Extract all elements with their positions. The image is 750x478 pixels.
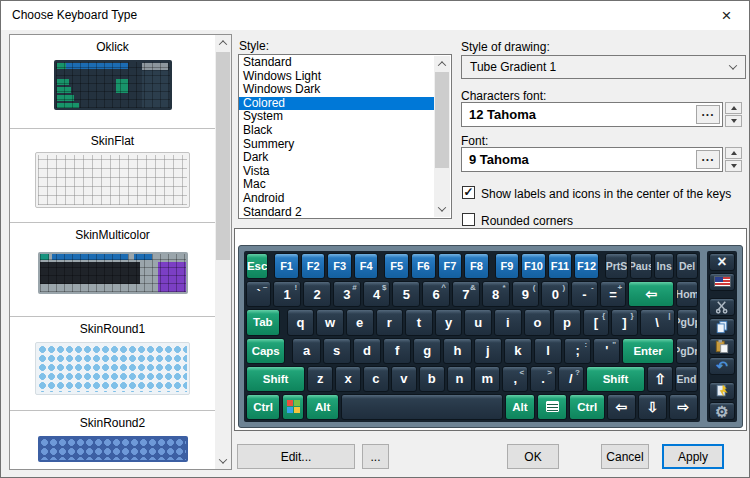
key-2: 2: [303, 281, 331, 307]
font-value: 9 Tahoma: [469, 152, 529, 167]
cancel-button[interactable]: Cancel: [601, 444, 649, 469]
key-l: l: [534, 338, 562, 364]
key-b: b: [419, 366, 445, 392]
skin-item-flat[interactable]: SkinFlat: [10, 129, 215, 223]
skin-name: SkinRound2: [80, 411, 145, 433]
key-d: d: [353, 338, 381, 364]
key-Shift: Shift: [246, 366, 305, 392]
skin-list: OklickSkinFlatSkinMulticolorSkinRound1Sk…: [10, 35, 215, 469]
style-option-dark[interactable]: Dark: [239, 151, 434, 165]
language-flag-icon: [709, 273, 735, 291]
keyboard-row-5: Shiftzxcvbnm,<.>/?Shift⇧End: [246, 366, 698, 392]
style-list-scrollbar[interactable]: [434, 56, 450, 217]
key-⇦: ⇦: [607, 394, 636, 420]
style-option-vista[interactable]: Vista: [239, 165, 434, 179]
style-of-drawing-label: Style of drawing:: [461, 40, 550, 54]
edit-button[interactable]: Edit...: [237, 444, 355, 469]
style-of-drawing-select[interactable]: Tube Gradient 1: [461, 55, 746, 79]
close-window-icon: ×: [709, 253, 735, 271]
key-j: j: [474, 338, 502, 364]
style-option-windows-light[interactable]: Windows Light: [239, 70, 434, 84]
key-Ins: Ins: [654, 253, 674, 279]
key-3: 3#: [333, 281, 361, 307]
rounded-corners-checkbox[interactable]: [462, 213, 475, 226]
font-browse-button[interactable]: ...: [696, 150, 720, 169]
windows-logo-icon: [287, 400, 300, 413]
more-button[interactable]: ...: [362, 444, 389, 469]
font-label: Font:: [461, 134, 488, 148]
key-x: x: [335, 366, 361, 392]
copy-icon: [709, 318, 735, 336]
skin-item-oklick[interactable]: Oklick: [10, 35, 215, 129]
scroll-up-icon[interactable]: [215, 35, 231, 51]
keyboard-side-column: ×↶⚙: [707, 251, 737, 422]
key-F4: F4: [354, 253, 379, 279]
stepper-down-button[interactable]: [725, 115, 742, 127]
key-F10: F10: [521, 253, 546, 279]
stepper-up-button[interactable]: [725, 102, 742, 114]
style-option-system[interactable]: System: [239, 110, 434, 124]
key-p: p: [553, 309, 581, 335]
keyboard-thumbnail-oklick: [54, 60, 172, 110]
skin-item-multicolor[interactable]: SkinMulticolor: [10, 223, 215, 317]
scrollbar-thumb[interactable]: [216, 52, 230, 260]
style-option-summery[interactable]: Summery: [239, 138, 434, 152]
skin-item-round1[interactable]: SkinRound1: [10, 317, 215, 411]
key-=: =+: [600, 281, 627, 307]
skin-list-scrollbar[interactable]: [215, 35, 231, 469]
skin-name: SkinMulticolor: [75, 223, 150, 245]
key-7: 7&: [452, 281, 480, 307]
key-\: \|: [640, 309, 675, 335]
stepper-down-button[interactable]: [725, 160, 742, 172]
keyboard-row-3: Tabqwertyuiop[{]}\|PgUp: [246, 309, 698, 335]
close-icon[interactable]: ×: [704, 1, 749, 30]
style-option-mac[interactable]: Mac: [239, 178, 434, 192]
scroll-down-icon[interactable]: [215, 453, 231, 469]
key-6: 6^: [422, 281, 450, 307]
style-option-standard-2[interactable]: Standard 2: [239, 206, 434, 217]
key-/: /?: [558, 366, 584, 392]
style-option-standard[interactable]: Standard: [239, 56, 434, 70]
style-listbox[interactable]: StandardWindows LightWindows DarkColored…: [238, 54, 452, 219]
show-labels-checkbox[interactable]: ✓: [462, 186, 475, 199]
key-win: [282, 394, 304, 420]
key-Paus: Paus: [630, 253, 652, 279]
key-a: a: [292, 338, 320, 364]
key-F12: F12: [574, 253, 599, 279]
scroll-down-icon[interactable]: [434, 201, 450, 217]
style-listbox-items: StandardWindows LightWindows DarkColored…: [239, 56, 434, 217]
skin-item-round2[interactable]: SkinRound2: [10, 411, 215, 469]
key-Tab: Tab: [246, 309, 280, 335]
key-F9: F9: [495, 253, 520, 279]
keyboard-row-2: `~1!23#4$56^7&8*9(0)--=+⇦Hom: [246, 281, 698, 307]
key-`: `~: [246, 281, 271, 307]
characters-font-browse-button[interactable]: ...: [696, 105, 720, 124]
key-m: m: [474, 366, 500, 392]
apply-button[interactable]: Apply: [662, 444, 724, 469]
style-option-colored[interactable]: Colored: [239, 97, 434, 111]
ok-button[interactable]: OK: [507, 444, 559, 469]
characters-font-field[interactable]: 12 Tahoma ...: [461, 102, 723, 127]
key-0: 0): [541, 281, 569, 307]
key-z: z: [307, 366, 333, 392]
key-Alt: Alt: [505, 394, 535, 420]
style-option-windows-dark[interactable]: Windows Dark: [239, 83, 434, 97]
keyboard-thumbnail-flat: [35, 152, 190, 208]
key-h: h: [443, 338, 471, 364]
key-v: v: [391, 366, 417, 392]
dialog-title: Choose Keyboard Type: [12, 8, 137, 22]
key-F6: F6: [411, 253, 436, 279]
key-End: End: [675, 366, 698, 392]
key-PrtS: PrtS: [605, 253, 628, 279]
scroll-up-icon[interactable]: [434, 56, 450, 72]
scrollbar-thumb[interactable]: [435, 72, 449, 168]
triangle-down-icon: [731, 164, 737, 168]
style-option-black[interactable]: Black: [239, 124, 434, 138]
key-t: t: [405, 309, 433, 335]
font-field[interactable]: 9 Tahoma ...: [461, 147, 723, 172]
keyboard-thumbnail-round1: [35, 342, 190, 395]
key-5: 5: [392, 281, 420, 307]
style-option-android[interactable]: Android: [239, 192, 434, 206]
stepper-up-button[interactable]: [725, 147, 742, 159]
chevron-down-icon: [721, 64, 745, 70]
